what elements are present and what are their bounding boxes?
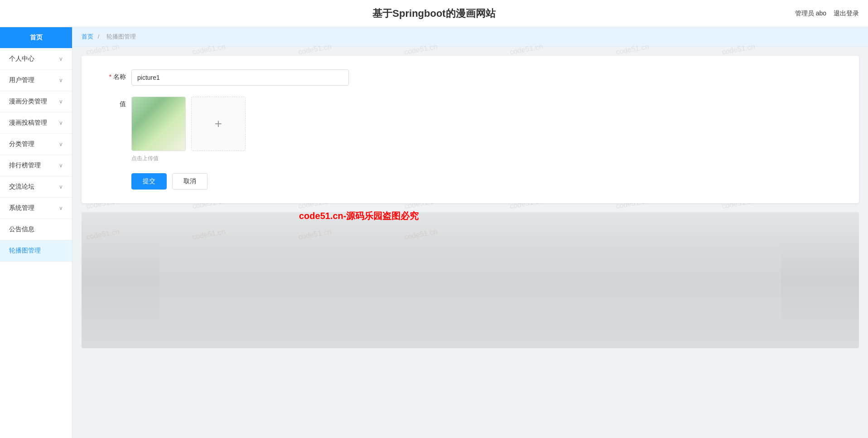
sidebar-item-forum[interactable]: 交流论坛 ∨ xyxy=(0,176,72,198)
form-actions: 提交 取消 xyxy=(131,173,845,190)
logout-link[interactable]: 退出登录 xyxy=(834,10,859,18)
sidebar-category-label: 分类管理 xyxy=(9,140,34,148)
upload-area: + 点击上传值 xyxy=(131,97,246,162)
sidebar-personal-label: 个人中心 xyxy=(9,55,34,63)
breadcrumb-separator: / xyxy=(98,33,100,40)
sidebar-item-users[interactable]: 用户管理 ∨ xyxy=(0,70,72,91)
chevron-down-icon: ∨ xyxy=(59,77,63,83)
sidebar-ranking-label: 排行榜管理 xyxy=(9,161,41,170)
sidebar-item-personal[interactable]: 个人中心 ∨ xyxy=(0,49,72,70)
sidebar-carousel-label: 轮播图管理 xyxy=(9,247,41,255)
form-row-value: 值 + 点击上传值 xyxy=(95,97,845,162)
header-right: 管理员 abo 退出登录 xyxy=(795,10,859,18)
sidebar-system-label: 系统管理 xyxy=(9,204,34,212)
sidebar-item-category[interactable]: 分类管理 ∨ xyxy=(0,134,72,155)
sidebar-item-system[interactable]: 系统管理 ∨ xyxy=(0,198,72,219)
sidebar-item-announcement[interactable]: 公告信息 xyxy=(0,219,72,240)
sidebar-item-home[interactable]: 首页 xyxy=(0,27,72,49)
chevron-down-icon: ∨ xyxy=(59,141,63,147)
sidebar-comic-submit-label: 漫画投稿管理 xyxy=(9,119,47,127)
upload-preview xyxy=(131,97,186,151)
upload-area-inner: + xyxy=(131,97,246,151)
layout: 首页 个人中心 ∨ 用户管理 ∨ 漫画分类管理 ∨ 漫画投稿管理 ∨ 分类管理 … xyxy=(0,27,868,438)
site-title: 基于Springboot的漫画网站 xyxy=(372,7,495,20)
chevron-down-icon: ∨ xyxy=(59,98,63,105)
sidebar-item-ranking[interactable]: 排行榜管理 ∨ xyxy=(0,155,72,176)
admin-label: 管理员 abo xyxy=(795,10,826,18)
form-label-value: 值 xyxy=(95,97,131,108)
submit-button[interactable]: 提交 xyxy=(131,173,167,190)
name-input[interactable] xyxy=(131,69,349,86)
breadcrumb: 首页 / 轮播图管理 xyxy=(72,27,868,47)
form-container: 名称 值 + 点击上传值 xyxy=(82,56,859,203)
breadcrumb-current: 轮播图管理 xyxy=(106,33,136,40)
plus-icon: + xyxy=(215,117,222,131)
chevron-down-icon: ∨ xyxy=(59,56,63,62)
main-content: code51.cn code51.cn code51.cn code51.cn … xyxy=(72,27,868,438)
form-label-name: 名称 xyxy=(95,69,131,81)
cancel-button[interactable]: 取消 xyxy=(172,173,207,190)
sidebar-users-label: 用户管理 xyxy=(9,76,34,84)
background-image-area xyxy=(82,212,859,348)
chevron-down-icon: ∨ xyxy=(59,205,63,211)
upload-button[interactable]: + xyxy=(191,97,246,151)
chevron-down-icon: ∨ xyxy=(59,162,63,169)
sidebar-comic-category-label: 漫画分类管理 xyxy=(9,97,47,106)
chevron-down-icon: ∨ xyxy=(59,184,63,190)
sidebar-forum-label: 交流论坛 xyxy=(9,183,34,191)
sidebar-item-carousel[interactable]: 轮播图管理 xyxy=(0,240,72,262)
upload-hint: 点击上传值 xyxy=(131,155,246,162)
sidebar-home-label: 首页 xyxy=(30,34,43,42)
sidebar: 首页 个人中心 ∨ 用户管理 ∨ 漫画分类管理 ∨ 漫画投稿管理 ∨ 分类管理 … xyxy=(0,27,72,438)
sidebar-item-comic-submit[interactable]: 漫画投稿管理 ∨ xyxy=(0,112,72,134)
header: 基于Springboot的漫画网站 管理员 abo 退出登录 xyxy=(0,0,868,27)
sidebar-item-comic-category[interactable]: 漫画分类管理 ∨ xyxy=(0,91,72,112)
breadcrumb-home[interactable]: 首页 xyxy=(82,33,93,40)
chevron-down-icon: ∨ xyxy=(59,120,63,126)
sidebar-announcement-label: 公告信息 xyxy=(9,225,34,234)
form-row-name: 名称 xyxy=(95,69,845,86)
